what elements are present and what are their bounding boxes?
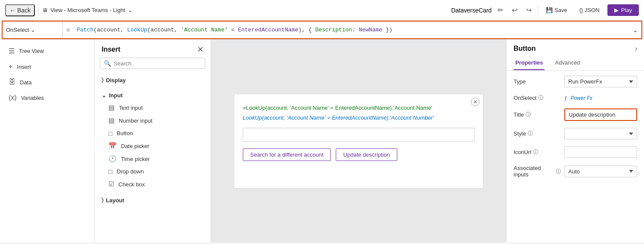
iconurl-input[interactable]	[564, 146, 637, 158]
divider	[38, 5, 39, 15]
save-button[interactable]: 💾 Save	[542, 5, 572, 15]
save-label: Save	[554, 7, 567, 13]
sidebar-item-tree-view[interactable]: ☰ Tree View	[2, 43, 93, 59]
data-icon: 🗄	[9, 78, 15, 86]
back-arrow-icon: ←	[9, 7, 15, 14]
associated-inputs-select[interactable]: Auto	[564, 166, 637, 177]
item-text-input-label: Text input	[119, 105, 143, 111]
panel-expand-button[interactable]: ›	[635, 45, 637, 53]
prop-row-style: Style ⓘ	[514, 128, 637, 139]
item-button-label: Button	[117, 130, 133, 136]
item-drop-down[interactable]: □ Drop down	[95, 165, 211, 178]
item-time-picker[interactable]: 🕐 Time picker	[95, 152, 211, 165]
search-icon: 🔍	[104, 60, 111, 67]
info-icon-title: ⓘ	[526, 111, 531, 118]
info-icon-onselect: ⓘ	[538, 94, 543, 102]
section-input-header[interactable]: ⌄ Input	[95, 90, 211, 101]
card-preview: =LookUp(account, 'Account Name' = Entere…	[234, 94, 483, 188]
top-bar: ← Back 🖥 View - Microsoft Teams - Light …	[0, 0, 644, 21]
prop-label-text5: IconUrl	[514, 149, 531, 155]
section-display-label: Display	[106, 77, 126, 83]
formula-paren2: (account,	[147, 27, 181, 33]
search-account-button[interactable]: Search for a different account	[243, 148, 331, 161]
formula-close2: })	[382, 27, 392, 33]
json-button[interactable]: {} JSON	[575, 5, 604, 15]
insert-close-button[interactable]: ✕	[197, 45, 204, 54]
fx-icon: ƒ	[564, 95, 567, 101]
prop-label-type: Type	[514, 78, 561, 85]
prop-row-onselect: OnSelect ⓘ ƒ Power Fx	[514, 94, 637, 102]
prop-value-type: Run PowerFx	[564, 76, 637, 87]
date-picker-icon: 📅	[108, 142, 117, 150]
sidebar-item-label: Data	[20, 79, 31, 86]
formula-patch: Patch	[77, 27, 93, 33]
tab-advanced[interactable]: Advanced	[553, 56, 582, 70]
prop-value-title	[564, 108, 637, 121]
time-picker-icon: 🕐	[108, 155, 117, 163]
prop-label-onselect: OnSelect ⓘ	[514, 94, 561, 102]
right-panel-header: Button ›	[507, 40, 644, 53]
card-text-input[interactable]	[243, 128, 474, 142]
item-check-box[interactable]: ☑ Check box	[95, 178, 211, 191]
sidebar-item-data[interactable]: 🗄 Data	[2, 75, 93, 90]
update-description-button[interactable]: Update description	[336, 148, 397, 161]
dataverse-label: DataverseCard	[451, 7, 492, 14]
card-lookup1: LookUp(account, 'Account Name' = Entered…	[246, 105, 432, 111]
back-label: Back	[17, 7, 31, 14]
sidebar-item-insert[interactable]: + Insert	[2, 59, 93, 74]
section-layout: 〉 Layout	[95, 192, 211, 208]
item-number-input[interactable]: ▤ Number input	[95, 114, 211, 127]
tab-properties[interactable]: Properties	[514, 56, 545, 70]
card-lookup2: LookUp(account, 'Account Name' = Entered…	[243, 114, 434, 121]
section-display-header[interactable]: 〉 Display	[95, 74, 211, 86]
play-icon: ▶	[614, 7, 619, 13]
search-box[interactable]: 🔍	[100, 58, 205, 69]
item-text-input[interactable]: ▤ Text input	[95, 101, 211, 114]
redo-button[interactable]: ↪	[523, 4, 534, 16]
formula-close1: ), {	[298, 27, 315, 33]
formula-colon: :	[352, 27, 359, 33]
expand-icon[interactable]: ⌄	[629, 26, 641, 34]
sidebar-item-label: Insert	[17, 64, 31, 70]
sidebar-item-variables[interactable]: (x) Variables	[2, 90, 93, 105]
item-button[interactable]: □ Button	[95, 127, 211, 139]
back-button[interactable]: ← Back	[5, 4, 35, 16]
variables-icon: (x)	[9, 94, 17, 102]
type-select[interactable]: Run PowerFx	[564, 76, 637, 87]
item-date-picker-label: Date picker	[121, 143, 149, 149]
item-date-picker[interactable]: 📅 Date picker	[95, 139, 211, 152]
sidebar-item-label: Tree View	[19, 48, 44, 54]
section-layout-label: Layout	[106, 197, 124, 204]
edit-icon-button[interactable]: ✏	[495, 4, 506, 16]
formula-input[interactable]: Patch(account, LookUp(account, 'Account …	[73, 27, 629, 33]
prop-value-iconurl	[564, 146, 637, 158]
section-layout-header[interactable]: 〉 Layout	[95, 194, 211, 206]
property-dropdown[interactable]: OnSelect ⌄	[3, 22, 63, 38]
left-sidebar: ☰ Tree View + Insert 🗄 Data (x) Variable…	[0, 40, 95, 242]
prop-label-text: Type	[514, 78, 526, 85]
equals-sign: =	[63, 27, 73, 34]
undo-button[interactable]: ↩	[509, 4, 520, 16]
chevron-down-icon: ⌄	[128, 7, 133, 13]
prop-label-title: Title ⓘ	[514, 111, 561, 118]
formula-paren1: (account,	[93, 27, 127, 33]
main-layout: ☰ Tree View + Insert 🗄 Data (x) Variable…	[0, 40, 644, 242]
section-input-label: Input	[109, 92, 123, 99]
style-select[interactable]	[564, 128, 637, 139]
play-button[interactable]: ▶ Play	[607, 4, 639, 16]
top-bar-left: ← Back 🖥 View - Microsoft Teams - Light …	[5, 4, 448, 16]
prop-value-associated: Auto	[564, 166, 637, 177]
panel-tabs: Properties Advanced	[507, 56, 644, 71]
sidebar-item-label: Variables	[21, 95, 44, 101]
card-close-button[interactable]: ✕	[471, 98, 480, 106]
canvas-area: =LookUp(account, 'Account Name' = Entere…	[211, 40, 506, 242]
prop-label-iconurl: IconUrl ⓘ	[514, 148, 561, 156]
view-selector[interactable]: 🖥 View - Microsoft Teams - Light ⌄	[42, 7, 133, 13]
prop-value-onselect: ƒ Power Fx	[564, 95, 637, 101]
title-input[interactable]	[564, 108, 637, 121]
item-check-box-label: Check box	[118, 181, 145, 188]
insert-icon: +	[9, 63, 12, 71]
search-input[interactable]	[114, 60, 201, 67]
prop-row-associated: Associated inputs ⓘ Auto	[514, 165, 637, 178]
info-icon-iconurl: ⓘ	[533, 148, 538, 156]
